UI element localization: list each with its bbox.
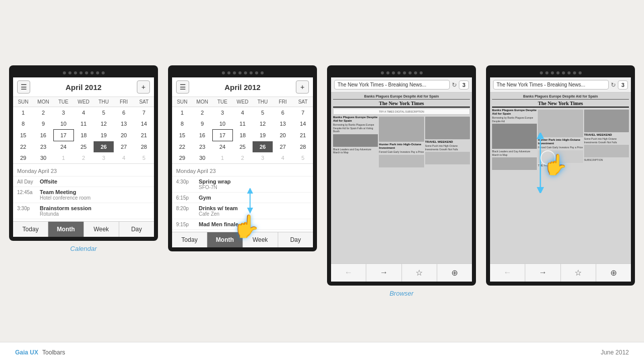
table-row[interactable]: 7 [134,107,154,119]
table-row[interactable]: 23 [33,141,53,153]
browser1-url-input[interactable] [334,80,450,89]
back-button[interactable]: ← [331,264,366,282]
table-row[interactable]: 18 [232,130,253,141]
week-button[interactable]: Week [84,222,119,237]
reload-icon-2[interactable]: ↻ [611,81,616,88]
table-row[interactable]: 10 [212,118,232,130]
forward-button-2[interactable]: → [525,264,560,282]
table-row[interactable]: 19 [94,130,114,141]
table-row[interactable]: 27 [114,141,134,153]
cal2-add-btn[interactable]: + [296,80,309,94]
table-row[interactable]: 12 [253,118,273,130]
table-row[interactable]: 19 [253,130,273,141]
table-row[interactable]: 4 [73,107,94,119]
table-row[interactable]: 30 [33,152,53,163]
bookmark-button[interactable]: ☆ [402,264,437,282]
table-row[interactable]: 9 [33,118,53,130]
table-row[interactable]: 3 [212,107,232,119]
table-row[interactable]: 20 [114,130,134,141]
table-row[interactable]: 2 [192,107,212,119]
table-row[interactable]: 30 [192,152,212,163]
table-row[interactable]: 1 [13,107,33,119]
forward-button[interactable]: → [366,264,401,282]
table-row[interactable]: 16 [192,130,212,141]
table-row[interactable]: 17 [53,130,73,141]
table-row[interactable]: 11 [232,118,253,130]
table-row[interactable]: 10 [53,118,73,130]
table-row[interactable]: 22 [13,141,33,153]
tab-count-badge-2[interactable]: 3 [618,80,628,89]
table-row[interactable]: 2 [73,152,94,163]
table-row[interactable]: 15 [13,130,33,141]
table-row[interactable]: 5 [253,107,273,119]
table-row[interactable]: 7 [293,107,313,119]
table-row[interactable]: 21 [134,130,154,141]
table-row[interactable]: 6 [114,107,134,119]
table-row[interactable]: 4 [232,107,253,119]
table-row[interactable]: 3 [94,152,114,163]
table-row[interactable]: 25 [73,141,94,153]
table-row[interactable]: 26 [94,141,114,153]
day-button[interactable]: Day [119,222,154,237]
event-title: Team Meeting [40,189,91,195]
table-row[interactable]: 4 [273,152,293,163]
table-row[interactable]: 28 [134,141,154,153]
table-row[interactable]: 2 [232,152,253,163]
month-button[interactable]: Month [207,232,243,247]
table-row[interactable]: 12 [94,118,114,130]
browser2-url-input[interactable] [493,80,609,89]
table-row[interactable]: 11 [73,118,94,130]
table-row[interactable]: 13 [273,118,293,130]
table-row[interactable]: 24 [53,141,73,153]
month-button[interactable]: Month [48,222,84,237]
table-row[interactable]: 14 [293,118,313,130]
today-button[interactable]: Today [13,222,48,237]
bookmark-button-2[interactable]: ☆ [561,264,596,282]
table-row[interactable]: 15 [172,130,192,141]
table-row[interactable]: 8 [172,118,192,130]
share-button[interactable]: ⊕ [437,264,472,282]
tab-count-badge[interactable]: 3 [459,80,469,89]
cal1-menu-btn[interactable]: ☰ [17,80,30,94]
table-row[interactable]: 20 [273,130,293,141]
table-row[interactable]: 3 [253,152,273,163]
table-row[interactable]: 8 [13,118,33,130]
back-button-2[interactable]: ← [490,264,525,282]
table-row[interactable]: 27 [273,141,293,153]
table-row[interactable]: 13 [114,118,134,130]
table-row[interactable]: 16 [33,130,53,141]
table-row[interactable]: 23 [192,141,212,153]
week-button[interactable]: Week [243,232,278,247]
table-row[interactable]: 28 [293,141,313,153]
table-row[interactable]: 5 [293,152,313,163]
cal2-menu-btn[interactable]: ☰ [176,80,189,94]
day-button[interactable]: Day [278,232,313,247]
table-row[interactable]: 29 [172,152,192,163]
np-body-10: SUBSCRIPTION [584,158,629,162]
table-row[interactable]: 24 [212,141,232,153]
calendar1-wrapper: ☰ April 2012 + SUN MON TUE WED THU FRI [9,65,158,252]
table-row[interactable]: 4 [114,152,134,163]
table-row[interactable]: 1 [172,107,192,119]
table-row[interactable]: 5 [94,107,114,119]
table-row[interactable]: 25 [232,141,253,153]
table-row[interactable]: 26 [253,141,273,153]
table-row[interactable]: 9 [192,118,212,130]
table-row[interactable]: 1 [53,152,73,163]
cal1-add-btn[interactable]: + [137,80,150,94]
table-row[interactable]: 6 [273,107,293,119]
table-row[interactable]: 21 [293,130,313,141]
table-row[interactable]: 29 [13,152,33,163]
table-row[interactable]: 17 [212,130,232,141]
table-row[interactable]: 5 [134,152,154,163]
table-row[interactable]: 3 [53,107,73,119]
table-row[interactable]: 2 [33,107,53,119]
today-button[interactable]: Today [172,232,207,247]
np-headline-2: Hunter Park into High-Octane Investment [379,143,424,150]
reload-icon[interactable]: ↻ [452,81,457,88]
table-row[interactable]: 14 [134,118,154,130]
share-button-2[interactable]: ⊕ [596,264,631,282]
table-row[interactable]: 1 [212,152,232,163]
table-row[interactable]: 22 [172,141,192,153]
table-row[interactable]: 18 [73,130,94,141]
